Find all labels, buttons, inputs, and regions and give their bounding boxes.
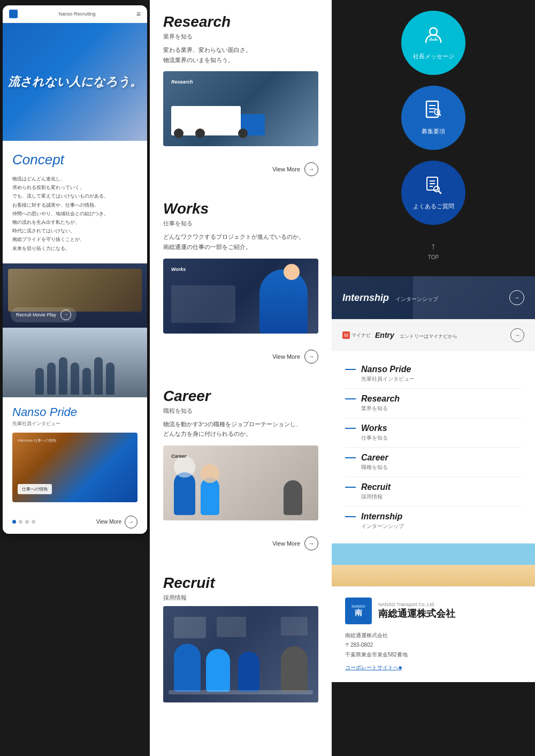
nav-dash-icon-3 [345, 428, 356, 429]
person-1 [174, 472, 195, 515]
research-section: Research 業界を知る 変わる業界、変わらない面白さ。物流業界のいまを知ろ… [150, 0, 332, 160]
nav-title-research: Research [361, 394, 400, 404]
view-more-button[interactable]: View More → [96, 516, 137, 528]
nav-subtitle-works: 仕事を知る [345, 434, 522, 442]
company-link[interactable]: コーポレートサイトへ■ [345, 664, 522, 671]
pride-subtitle: 先輩社員インタビュー [12, 420, 137, 427]
movie-section: Recruit Movie Play → [3, 263, 147, 328]
works-description: どんなワクワクするプロジェクトが進んでいるのか。南総通運の仕事の一部をご紹介。 [163, 232, 318, 252]
search-icon [424, 175, 443, 198]
mynavi-label: マイナビ [351, 332, 371, 339]
recruit-subtitle: 採用情報 [163, 594, 318, 602]
truck-wheel-1 [174, 128, 184, 138]
dot-4[interactable] [32, 520, 35, 524]
entry-banner[interactable]: M マイナビ Entry エントリーはマイナビから → [332, 319, 535, 351]
career-view-more-label: View More [272, 540, 300, 547]
recruit-image-bg [163, 606, 318, 702]
movie-label: Recruit Movie Play [16, 312, 56, 317]
nav-item-top-6: Internship [345, 512, 522, 521]
internship-banner[interactable]: Internship インターンシップ → [332, 276, 535, 319]
silhouette-5 [82, 368, 91, 395]
person-icon [424, 25, 443, 48]
nav-subtitle-recruit: 採用情報 [345, 493, 522, 501]
career-section: Career 職程を知る 物流を動かす3つの職種をジョブローテーションし、どんな… [150, 374, 332, 534]
research-description: 変わる業界、変わらない面白さ。物流業界のいまを知ろう。 [163, 45, 318, 65]
company-detail-2: 〒283-0802 [345, 640, 522, 650]
nav-title-recruit: Recruit [361, 482, 391, 492]
research-view-more[interactable]: View More → [150, 160, 332, 187]
hamburger-icon[interactable]: ≡ [136, 10, 141, 18]
nanso-logo-text: NANSO 南 [351, 604, 365, 618]
pride-image: Interview 仕事への情熱 仕事への情熱 [12, 433, 137, 502]
research-image-bg: Research [163, 71, 318, 146]
concept-section: Concept 物流はどんどん進化し、 求められる役割も変わっていく。 でも、流… [3, 141, 147, 263]
phone-frame: Nanso Recruiting ≡ 流されない人になろう。 Concept 物… [3, 5, 147, 534]
dot-1[interactable] [12, 520, 16, 524]
recruit-person-1 [174, 644, 201, 692]
career-title: Career [163, 388, 318, 405]
nav-subtitle-research: 業界を知る [345, 405, 522, 412]
svg-line-14 [439, 191, 441, 193]
president-message-button[interactable]: 社長メッセージ [401, 11, 465, 75]
worker-body [259, 269, 308, 334]
nav-title-career: Career [361, 453, 388, 463]
internship-title: Internship [342, 292, 389, 303]
nav-item-research[interactable]: Research 業界を知る [345, 389, 522, 418]
career-view-more[interactable]: View More → [150, 534, 332, 561]
truck-wheel-3 [238, 128, 248, 138]
nav-item-internship[interactable]: Internship インターンシップ [345, 506, 522, 535]
nav-item-top-5: Recruit [345, 482, 522, 492]
screen-2 [217, 617, 246, 637]
pride-image-tag: Interview 仕事への情熱 [18, 438, 56, 443]
hero-text: 流されない人になろう。 [8, 74, 142, 90]
company-detail-1: 南総通運株式会社 [345, 631, 522, 640]
internship-arrow-icon: → [509, 290, 524, 305]
top-button[interactable]: ↑ TOP [423, 236, 444, 266]
company-name-en: NANSO Transport Co.,Ltd. [378, 602, 455, 607]
carousel-dots [12, 520, 35, 524]
career-view-more-arrow: → [304, 536, 318, 550]
entry-arrow-icon: → [510, 328, 524, 342]
silhouette-3 [59, 357, 67, 395]
requirements-button[interactable]: 募集要項 [401, 86, 465, 150]
works-section: Works 仕事を知る どんなワクワクするプロジェクトが進んでいるのか。南総通運… [150, 187, 332, 346]
works-image: Works [163, 259, 318, 334]
nav-dash-icon-4 [345, 457, 356, 458]
nav-item-nanso-pride[interactable]: Nanso Pride 先輩社員インタビュー [345, 359, 522, 389]
top-label: TOP [428, 254, 439, 260]
nav-dash-icon-2 [345, 398, 356, 399]
team-silhouettes [35, 357, 114, 395]
company-header: NANSO 南 NANSO Transport Co.,Ltd. 南総通運株式会… [345, 598, 522, 624]
dot-2[interactable] [19, 520, 22, 524]
movie-play-button[interactable]: Recruit Movie Play → [11, 307, 77, 322]
nav-item-recruit[interactable]: Recruit 採用情報 [345, 477, 522, 506]
nav-title-internship: Internship [361, 512, 402, 521]
research-image: Research [163, 71, 318, 146]
works-view-more[interactable]: View More → [150, 347, 332, 374]
head-2 [201, 464, 219, 483]
faq-button[interactable]: よくあるご質問 [401, 161, 465, 225]
career-image-label: Career [171, 453, 187, 459]
career-description: 物流を動かす3つの職種をジョブローテーションし、どんな力を身に付けられるのか。 [163, 419, 318, 439]
nav-item-top: Nanso Pride [345, 365, 522, 374]
nanso-logo-main: 南 [351, 608, 365, 618]
computer-screen [171, 285, 235, 323]
entry-left: M マイナビ Entry エントリーはマイナビから [342, 330, 457, 340]
nav-item-career[interactable]: Career 職種を知る [345, 448, 522, 477]
nanso-logo-icon [9, 10, 18, 18]
svg-rect-3 [435, 37, 436, 39]
nav-subtitle-internship: インターンシップ [345, 523, 522, 530]
company-details: 南総通運株式会社 〒283-0802 千葉県東金市束金582番地 [345, 631, 522, 660]
worker-head [284, 264, 300, 280]
dot-3[interactable] [25, 520, 29, 524]
entry-jp-subtitle: エントリーはマイナビから [400, 334, 457, 339]
company-name-jp: 南総通運株式会社 [378, 607, 455, 620]
requirements-label: 募集要項 [422, 127, 445, 135]
nav-subtitle-career: 職種を知る [345, 464, 522, 471]
nav-item-works[interactable]: Works 仕事を知る [345, 418, 522, 448]
phone-logo [9, 10, 18, 18]
recruit-person-2 [206, 649, 230, 692]
silhouette-6 [94, 357, 103, 395]
works-view-more-label: View More [272, 353, 300, 360]
nav-dash-icon [345, 369, 356, 370]
